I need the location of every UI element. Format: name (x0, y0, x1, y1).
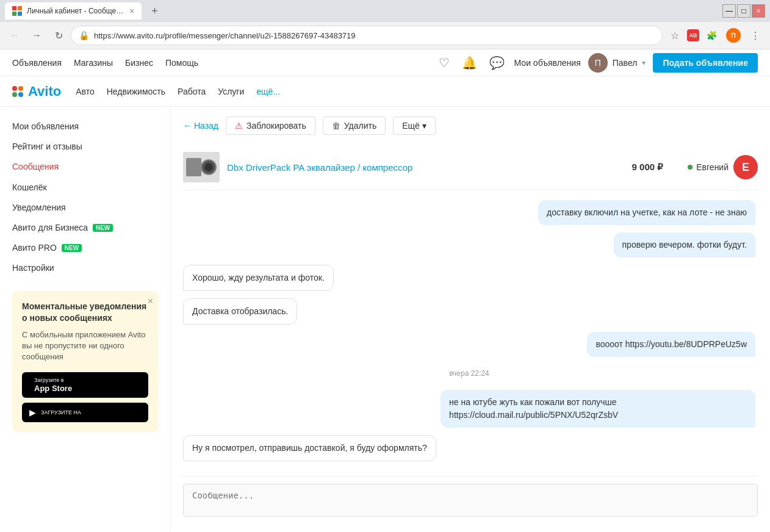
product-thumbnail (183, 152, 220, 182)
main-layout: Мои объявления Рейтинг и отзывы Сообщени… (0, 107, 770, 531)
promo-banner-close[interactable]: × (148, 296, 153, 307)
new-badge-business: NEW (93, 224, 113, 232)
nav-jobs[interactable]: Работа (178, 87, 206, 96)
product-title-link[interactable]: Dbx DriverPack PA эквалайзер / компрессо… (227, 162, 622, 173)
delete-btn[interactable]: 🗑 Удалить (323, 117, 386, 135)
sidebar-item-notifications[interactable]: Уведомления (12, 200, 158, 215)
message-row: Доставка отобразилась. (183, 298, 755, 325)
top-nav-links: Объявления Магазины Бизнес Помощь (12, 58, 436, 68)
dot-green (12, 92, 17, 97)
forward-btn[interactable]: → (27, 26, 46, 45)
minimize-btn[interactable]: — (722, 4, 736, 18)
address-bar[interactable]: 🔒 https://www.avito.ru/profile/messenger… (71, 26, 663, 45)
product-price: 9 000 ₽ (632, 162, 664, 173)
nav-stores[interactable]: Магазины (74, 58, 113, 68)
maximize-btn[interactable]: □ (737, 4, 750, 18)
chat-input[interactable] (183, 484, 758, 517)
nav-services[interactable]: Услуги (218, 87, 244, 96)
my-ads-link[interactable]: Мои объявления (514, 58, 581, 68)
dot-red (12, 86, 17, 91)
browser-controls: ← → ↻ 🔒 https://www.avito.ru/profile/mes… (0, 22, 770, 49)
site-secondary-nav: Avito Авто Недвижимость Работа Услуги ещ… (0, 76, 770, 107)
active-tab[interactable]: Личный кабинет - Сообщения - Ав × (5, 2, 142, 20)
online-dot (688, 165, 693, 170)
delete-icon: 🗑 (332, 121, 340, 131)
google-play-text-block: ЗАГРУЗИТЕ НА (41, 409, 81, 415)
sidebar: Мои объявления Рейтинг и отзывы Сообщени… (0, 107, 171, 531)
user-profile-btn[interactable]: П (724, 26, 743, 45)
menu-btn[interactable]: ⋮ (746, 26, 765, 45)
chat-outer: ← Назад ⚠ Заблокировать 🗑 Удалить Ещё ▾ (171, 107, 770, 531)
refresh-btn[interactable]: ↻ (49, 26, 68, 45)
avito-logo-text: Avito (28, 84, 61, 99)
post-ad-btn[interactable]: Подать объявление (653, 53, 758, 73)
tab-close-btn[interactable]: × (129, 6, 134, 16)
back-btn[interactable]: ← (5, 26, 24, 45)
back-btn[interactable]: ← Назад (183, 121, 218, 131)
message-bubble-3: Хорошо, жду результата и фоток. (183, 265, 334, 291)
sidebar-item-avito-pro[interactable]: Авито PRO NEW (12, 240, 158, 256)
top-nav-right: ♡ 🔔 💬 Мои объявления П Павел ▾ Подать об… (436, 53, 758, 73)
google-play-btn[interactable]: ▶ ЗАГРУЗИТЕ НА (22, 403, 148, 422)
secondary-nav-links: Авто Недвижимость Работа Услуги ещё... (76, 87, 280, 96)
close-btn[interactable]: × (752, 4, 765, 18)
message-bubble-4: Доставка отобразилась. (183, 298, 297, 325)
lock-icon: 🔒 (79, 31, 89, 40)
sidebar-item-avito-business[interactable]: Авито для Бизнеса NEW (12, 220, 158, 235)
nav-announcements[interactable]: Объявления (12, 58, 62, 68)
sidebar-item-settings[interactable]: Настройки (12, 261, 158, 276)
svg-rect-1 (18, 6, 22, 10)
favorites-btn[interactable]: ♡ (436, 53, 452, 73)
new-badge-pro: NEW (62, 244, 82, 252)
app-store-text-block: Загрузите в App Store (34, 377, 72, 393)
seller-avatar: Е (733, 155, 758, 179)
sidebar-item-messages[interactable]: Сообщения (12, 159, 158, 174)
message-bubble-6: не на ютубе жуть как пожали вот получше … (441, 390, 755, 428)
message-bubble-2: проверю вечером. фотки будут. (614, 232, 755, 257)
sidebar-item-my-ads[interactable]: Мои объявления (12, 119, 158, 134)
delete-btn-label: Удалить (344, 121, 376, 131)
message-row: Ну я посмотрел, отправишь доставкой, я б… (183, 435, 755, 461)
sidebar-item-rating[interactable]: Рейтинг и отзывы (12, 139, 158, 154)
promo-title: Моментальные уведомления о новых сообщен… (22, 301, 148, 325)
promo-banner: × Моментальные уведомления о новых сообщ… (12, 291, 158, 433)
tab-favicon (12, 6, 22, 16)
nav-business[interactable]: Бизнес (125, 58, 153, 68)
messages-btn[interactable]: 💬 (487, 53, 507, 73)
new-tab-btn[interactable]: + (146, 4, 163, 19)
block-btn[interactable]: ⚠ Заблокировать (226, 117, 315, 135)
extension-icon-red[interactable]: АВ (687, 29, 699, 41)
nav-more[interactable]: ещё... (256, 87, 280, 96)
more-btn[interactable]: Ещё ▾ (393, 117, 436, 135)
browser-right-icons: ☆ АВ 🧩 П ⋮ (665, 26, 765, 45)
notifications-btn[interactable]: 🔔 (459, 53, 480, 73)
message-row: проверю вечером. фотки будут. (183, 232, 755, 257)
user-name: Павел (613, 58, 638, 68)
svg-rect-0 (12, 6, 16, 10)
window-controls: — □ × (722, 4, 765, 18)
message-row: воооот https://youtu.be/8UDPRPeUz5w (183, 332, 755, 357)
message-row: Хорошо, жду результата и фоток. (183, 265, 755, 291)
messages-scroll-area[interactable]: доставку включил на учетке, как на лоте … (183, 190, 758, 471)
browser-titlebar: Личный кабинет - Сообщения - Ав × + — □ … (0, 0, 770, 22)
message-bubble-5: воооот https://youtu.be/8UDPRPeUz5w (587, 332, 755, 357)
svg-rect-2 (12, 12, 16, 16)
nav-help[interactable]: Помощь (165, 58, 198, 68)
bookmark-btn[interactable]: ☆ (665, 26, 685, 45)
user-profile-area[interactable]: П Павел ▾ (588, 53, 646, 73)
chat-toolbar: ← Назад ⚠ Заблокировать 🗑 Удалить Ещё ▾ (183, 117, 758, 135)
dot-orange (18, 86, 23, 91)
svg-rect-3 (18, 12, 22, 16)
product-header: Dbx DriverPack PA эквалайзер / компрессо… (183, 145, 758, 190)
tab-title: Личный кабинет - Сообщения - Ав (27, 7, 124, 15)
sidebar-item-wallet[interactable]: Кошелёк (12, 180, 158, 195)
nav-realty[interactable]: Недвижимость (107, 87, 165, 96)
avito-logo-dots (12, 86, 23, 97)
nav-auto[interactable]: Авто (76, 87, 95, 96)
svg-point-7 (204, 163, 213, 171)
extensions-btn[interactable]: 🧩 (702, 26, 721, 45)
message-row: не на ютубе жуть как пожали вот получше … (183, 390, 755, 428)
block-btn-label: Заблокировать (246, 121, 306, 131)
message-bubble-1: доставку включил на учетке, как на лоте … (538, 200, 755, 225)
app-store-btn[interactable]: Загрузите в App Store (22, 372, 148, 398)
